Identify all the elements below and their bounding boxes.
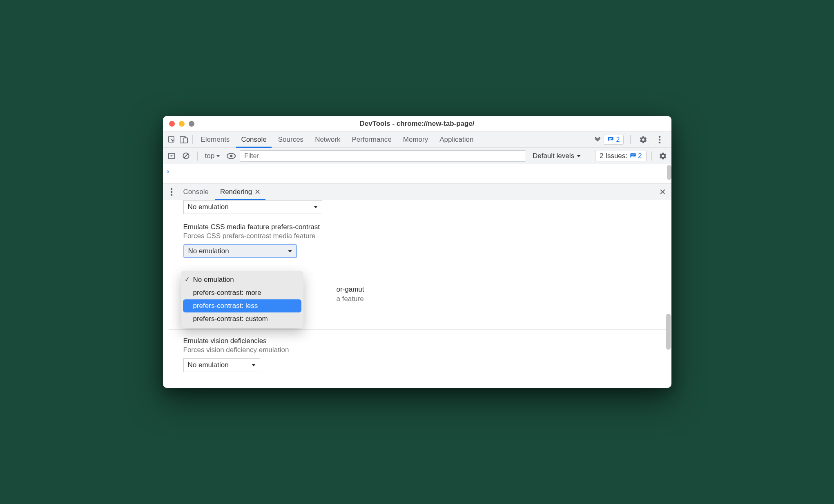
chevron-down-icon <box>252 364 256 366</box>
chevron-down-icon <box>577 155 581 157</box>
section-title: Emulate CSS media feature prefers-contra… <box>183 223 651 231</box>
svg-rect-3 <box>609 138 612 139</box>
select-value: No emulation <box>188 247 229 255</box>
tab-performance[interactable]: Performance <box>346 132 397 147</box>
drawer-kebab-icon[interactable] <box>165 186 178 198</box>
rendering-section-vision: Emulate vision deficiencies Forces visio… <box>163 334 671 378</box>
option-label: prefers-contrast: custom <box>193 315 268 323</box>
drawer-tab-list: Console Rendering ✕ <box>178 184 657 200</box>
issues-count2: 2 <box>638 152 642 160</box>
main-tab-bar: Elements Console Sources Network Perform… <box>163 132 671 148</box>
svg-point-16 <box>170 191 172 193</box>
tab-network[interactable]: Network <box>309 132 346 147</box>
traffic-lights <box>163 121 194 127</box>
chevron-down-icon <box>288 250 292 252</box>
svg-point-7 <box>658 142 660 144</box>
divider <box>169 329 666 330</box>
console-toolbar: top Default levels 2 Issues: 2 <box>163 148 671 164</box>
maximize-window-button[interactable] <box>189 121 194 127</box>
issues-count: 2 <box>616 136 620 143</box>
option-label: prefers-contrast: less <box>193 302 258 310</box>
svg-point-17 <box>170 194 172 196</box>
drawer-tab-rendering[interactable]: Rendering ✕ <box>214 184 266 200</box>
section-title: Emulate vision deficiencies <box>183 337 651 345</box>
issues-link[interactable]: 2 Issues: 2 <box>595 151 647 161</box>
console-prompt-icon: › <box>167 167 169 176</box>
drawer-close-icon[interactable]: ✕ <box>657 186 669 198</box>
levels-label: Default levels <box>533 152 574 160</box>
issues-badge-icon: 2 <box>630 152 642 160</box>
console-output-area[interactable]: › <box>163 164 671 184</box>
titlebar: DevTools - chrome://new-tab-page/ <box>163 116 671 132</box>
tab-memory[interactable]: Memory <box>397 132 434 147</box>
show-console-sidebar-icon[interactable] <box>165 150 178 162</box>
select-value: No emulation <box>188 203 229 211</box>
tab-application[interactable]: Application <box>434 132 479 147</box>
more-tabs-icon[interactable] <box>591 134 604 146</box>
svg-rect-4 <box>609 139 611 140</box>
option-label: prefers-contrast: more <box>193 289 261 297</box>
main-tab-list: Elements Console Sources Network Perform… <box>195 132 591 147</box>
clear-console-icon[interactable] <box>180 150 192 162</box>
section-subtitle: Forces CSS prefers-contrast media featur… <box>183 232 651 240</box>
separator <box>651 152 652 161</box>
rendering-panel: No emulation Emulate CSS media feature p… <box>163 200 671 388</box>
device-toggle-icon[interactable] <box>178 134 190 146</box>
separator <box>590 152 590 161</box>
section-title-fragment: or-gamut <box>337 285 364 294</box>
select-value: No emulation <box>188 361 229 369</box>
inspect-icon[interactable] <box>165 134 178 146</box>
close-tab-icon[interactable]: ✕ <box>254 187 261 196</box>
chevron-down-icon <box>216 155 220 157</box>
rendering-section-top: No emulation <box>163 200 671 220</box>
svg-line-10 <box>184 154 188 158</box>
log-levels-selector[interactable]: Default levels <box>528 152 585 160</box>
main-tab-right-tools: 2 <box>604 134 669 146</box>
close-window-button[interactable] <box>169 121 175 127</box>
svg-rect-13 <box>631 154 635 155</box>
section-subtitle: Forces vision deficiency emulation <box>183 346 651 354</box>
console-settings-icon[interactable] <box>657 150 669 162</box>
chevron-down-icon <box>314 206 318 208</box>
select-generic-emulation[interactable]: No emulation <box>183 200 322 214</box>
svg-rect-2 <box>184 138 187 143</box>
issues-text: 2 Issues: <box>600 152 627 160</box>
drawer-tab-bar: Console Rendering ✕ ✕ <box>163 184 671 200</box>
select-vision-deficiency[interactable]: No emulation <box>183 358 260 372</box>
separator <box>197 152 198 161</box>
separator <box>630 135 631 144</box>
dropdown-option-more[interactable]: prefers-contrast: more <box>181 286 303 299</box>
dropdown-option-custom[interactable]: prefers-contrast: custom <box>181 312 303 326</box>
window-title: DevTools - chrome://new-tab-page/ <box>359 120 474 128</box>
context-label: top <box>205 152 215 160</box>
scrollbar-thumb[interactable] <box>667 165 671 180</box>
tab-elements[interactable]: Elements <box>195 132 236 147</box>
drawer-tab-console[interactable]: Console <box>178 184 214 200</box>
drawer-tab-rendering-label: Rendering <box>220 188 252 196</box>
dropdown-option-no-emulation[interactable]: ✓ No emulation <box>181 273 303 286</box>
live-expression-icon[interactable] <box>225 150 237 162</box>
svg-point-12 <box>230 154 232 157</box>
prefers-contrast-dropdown: ✓ No emulation prefers-contrast: more pr… <box>181 271 303 328</box>
dropdown-option-less[interactable]: prefers-contrast: less <box>183 299 301 312</box>
tab-console[interactable]: Console <box>235 132 272 147</box>
issues-indicator[interactable]: 2 <box>604 135 624 145</box>
svg-point-15 <box>170 188 172 190</box>
svg-point-5 <box>658 136 660 138</box>
check-icon: ✓ <box>185 276 190 283</box>
select-prefers-contrast[interactable]: No emulation <box>183 244 297 258</box>
scrollbar-thumb[interactable] <box>666 314 671 350</box>
rendering-section-prefers-contrast: Emulate CSS media feature prefers-contra… <box>163 220 671 264</box>
kebab-menu-icon[interactable] <box>653 134 666 146</box>
separator <box>192 135 193 144</box>
settings-icon[interactable] <box>637 134 649 146</box>
tab-sources[interactable]: Sources <box>272 132 309 147</box>
filter-input[interactable] <box>240 150 526 162</box>
svg-point-6 <box>658 139 660 141</box>
minimize-window-button[interactable] <box>179 121 185 127</box>
section-subtitle-fragment: a feature <box>337 295 364 303</box>
devtools-window: DevTools - chrome://new-tab-page/ Elemen… <box>163 116 671 388</box>
execution-context-selector[interactable]: top <box>203 152 223 160</box>
svg-rect-14 <box>631 156 633 156</box>
option-label: No emulation <box>193 276 234 284</box>
